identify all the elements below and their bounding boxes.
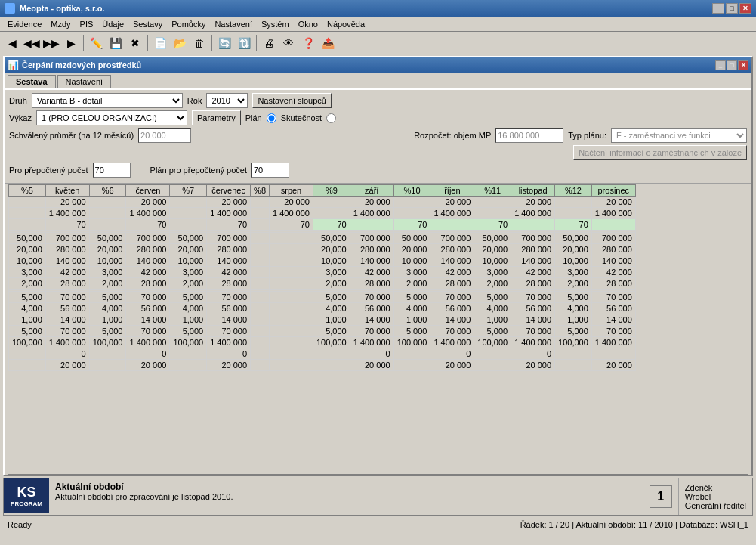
cell-r6-c13: 140 000	[511, 255, 555, 267]
toolbar-fwd[interactable]: ▶▶	[42, 34, 60, 52]
menu-mzdy[interactable]: Mzdy	[46, 17, 75, 31]
toolbar-preview[interactable]: 👁	[279, 34, 298, 52]
cell-r16-c4	[170, 360, 207, 371]
parametry-btn[interactable]: Parametry	[192, 110, 241, 125]
nastaveni-btn[interactable]: Nastavení sloupců	[252, 93, 332, 108]
cell-r5-c1: 280 000	[45, 244, 89, 255]
plan-radio[interactable]	[267, 113, 276, 123]
menu-nastaveni[interactable]: Nastavení	[210, 17, 257, 31]
cell-r14-c3: 1 400 000	[126, 337, 170, 348]
cell-r0-c15: 20 000	[591, 197, 635, 208]
toolbar-refresh[interactable]: 🔄	[215, 34, 233, 52]
tab-nastaveni[interactable]: Nastavení	[57, 75, 112, 88]
rozpocet-input[interactable]	[495, 128, 563, 143]
menu-evidence[interactable]: Evidence	[3, 17, 46, 31]
vykaz-label: Výkaz	[9, 113, 32, 122]
cell-r15-c10	[393, 348, 430, 360]
cell-r4-c11: 700 000	[430, 233, 474, 244]
vykaz-select[interactable]: 1 (PRO CELOU ORGANIZACI)	[36, 110, 187, 125]
cell-r0-c2	[89, 197, 126, 208]
cell-r11-c13: 56 000	[511, 303, 555, 314]
toolbar-back[interactable]: ◀	[3, 34, 21, 52]
toolbar-open[interactable]: 📂	[171, 34, 189, 52]
data-grid-wrapper[interactable]: %5květen%6červen%7červenec%8srpen%9září%…	[8, 184, 748, 475]
rok-select[interactable]: 2010	[206, 93, 248, 108]
cell-r0-c4	[170, 197, 207, 208]
menu-system[interactable]: Systém	[257, 17, 294, 31]
cell-r10-c10: 5,000	[393, 292, 430, 303]
cell-r15-c9: 0	[350, 348, 393, 360]
cell-r10-c9: 70 000	[350, 292, 393, 303]
cell-r6-c2: 10,000	[89, 255, 126, 267]
form-row-1: Druh Varianta B - detail Rok 2010 Nastav…	[9, 93, 747, 108]
menu-pis[interactable]: PIS	[76, 17, 98, 31]
cell-r12-c12: 1,000	[474, 314, 511, 326]
menu-sestavy[interactable]: Sestavy	[128, 17, 167, 31]
menu-udaje[interactable]: Údaje	[97, 17, 128, 31]
toolbar-export[interactable]: 📤	[319, 34, 337, 52]
prepocet-input[interactable]	[93, 163, 131, 178]
cell-r5-c3: 280 000	[126, 244, 170, 255]
schvaleny-input[interactable]	[138, 128, 191, 143]
toolbar-new[interactable]: 📄	[151, 34, 169, 52]
toolbar-save[interactable]: 💾	[106, 34, 125, 52]
skutecnost-radio[interactable]	[326, 113, 336, 123]
cell-r14-c10: 100,000	[393, 337, 430, 348]
cell-r16-c11: 20 000	[430, 360, 474, 371]
win-maximize[interactable]: □	[727, 60, 737, 70]
col-header-listopad: listopad	[511, 185, 555, 197]
cell-r5-c4: 20,000	[170, 244, 207, 255]
cell-r16-c5: 20 000	[207, 360, 251, 371]
cell-r1-c3: 1 400 000	[126, 208, 170, 219]
cell-r4-c13: 700 000	[511, 233, 555, 244]
druh-select[interactable]: Varianta B - detail	[32, 93, 183, 108]
cell-r16-c3: 20 000	[126, 360, 170, 371]
toolbar-fwd2[interactable]: ▶	[62, 34, 80, 52]
menu-pomucky[interactable]: Pomůcky	[167, 17, 210, 31]
toolbar-refresh2[interactable]: 🔃	[235, 34, 253, 52]
toolbar-cancel[interactable]: ✖	[126, 34, 144, 52]
cell-r2-c11	[430, 219, 474, 231]
cell-r14-c4: 100,000	[170, 337, 207, 348]
cell-r14-c7	[270, 337, 313, 348]
cell-r11-c3: 56 000	[126, 303, 170, 314]
user-name: Zdeněk	[685, 483, 746, 492]
toolbar-help[interactable]: ❓	[299, 34, 317, 52]
maximize-btn[interactable]: □	[726, 3, 738, 14]
cell-r0-c11: 20 000	[430, 197, 474, 208]
plan-prepocet-input[interactable]	[251, 163, 289, 178]
tab-sestava[interactable]: Sestava	[8, 75, 56, 88]
menu-okno[interactable]: Okno	[294, 17, 322, 31]
cell-r14-c0: 100,000	[9, 337, 46, 348]
table-row: 7070707070707070	[9, 219, 636, 231]
status-ready: Ready	[8, 520, 32, 529]
cell-r16-c2	[89, 360, 126, 371]
nacteni-btn[interactable]: Načtení informací o zaměstnancích v zálo…	[573, 145, 747, 160]
cell-r5-c14: 20,000	[555, 244, 592, 255]
cell-r13-c2: 5,000	[89, 326, 126, 337]
cell-r7-c15: 42 000	[591, 267, 635, 278]
col-header-%5: %5	[9, 185, 46, 197]
toolbar-delete[interactable]: 🗑	[190, 34, 208, 52]
cell-r7-c3: 42 000	[126, 267, 170, 278]
toolbar-back2[interactable]: ◀◀	[23, 34, 41, 52]
cell-r11-c12: 4,000	[474, 303, 511, 314]
cell-r4-c12: 50,000	[474, 233, 511, 244]
cell-r16-c6	[251, 360, 270, 371]
cell-r8-c12: 2,000	[474, 278, 511, 290]
cell-r14-c5: 1 400 000	[207, 337, 251, 348]
win-minimize[interactable]: _	[715, 60, 726, 70]
cell-r8-c0: 2,000	[9, 278, 46, 290]
cell-r2-c2	[89, 219, 126, 231]
minimize-btn[interactable]: _	[712, 3, 724, 14]
menu-napoveda[interactable]: Nápověda	[322, 17, 369, 31]
toolbar-print[interactable]: 🖨	[260, 34, 278, 52]
cell-r13-c11: 70 000	[430, 326, 474, 337]
company-logo: KS PROGRAM	[4, 478, 49, 513]
close-btn[interactable]: ✕	[739, 3, 751, 14]
cell-r11-c4: 4,000	[170, 303, 207, 314]
typ-planu-select[interactable]: F - zaměstnanci ve funkci	[611, 128, 747, 143]
win-close[interactable]: ✕	[738, 60, 748, 70]
toolbar-edit[interactable]: ✏️	[87, 34, 105, 52]
cell-r5-c2: 20,000	[89, 244, 126, 255]
